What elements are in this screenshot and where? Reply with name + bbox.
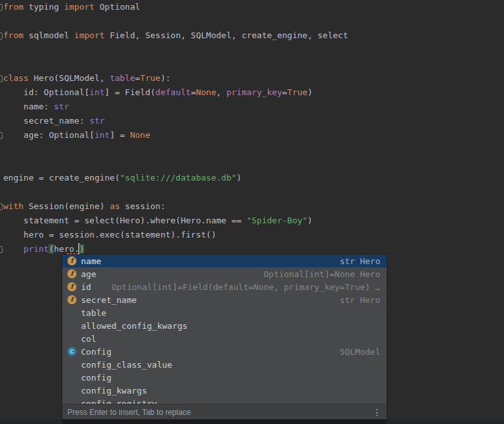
popup-shadow bbox=[62, 419, 387, 424]
gutter-marker-icon bbox=[0, 203, 3, 210]
completion-type-hint: str Hero bbox=[339, 295, 380, 305]
gutter-marker-icon bbox=[0, 32, 3, 39]
code-token: import bbox=[64, 2, 95, 12]
icon-spacer bbox=[67, 308, 76, 317]
icon-spacer bbox=[67, 373, 76, 382]
field-icon: f bbox=[67, 256, 76, 265]
completion-label: name bbox=[81, 256, 101, 266]
code-token: Field, Session, SQLModel, create_engine,… bbox=[105, 30, 349, 40]
code-line: engine = create_engine("sqlite:///databa… bbox=[0, 171, 504, 185]
code-token bbox=[3, 244, 23, 254]
code-line bbox=[0, 185, 504, 199]
code-line: secret_name: str bbox=[0, 114, 504, 128]
field-icon: f bbox=[67, 269, 76, 278]
code-line: with Session(engine) as session: bbox=[0, 199, 504, 214]
icon-spacer bbox=[67, 360, 76, 369]
completion-label: col bbox=[81, 334, 96, 344]
code-token: as bbox=[109, 201, 120, 211]
code-line: statement = select(Hero).where(Hero.name… bbox=[0, 214, 504, 228]
more-options-icon[interactable]: ⋮ bbox=[372, 408, 382, 417]
code-token: Session(engine) bbox=[23, 201, 109, 211]
code-line: from sqlmodel import Field, Session, SQL… bbox=[0, 28, 504, 43]
code-token: table bbox=[109, 73, 135, 83]
code-line: id: Optional[int] = Field(default=None, … bbox=[0, 85, 504, 100]
code-token: "sqlite:///database.db" bbox=[120, 173, 236, 183]
gutter-marker-icon bbox=[0, 4, 3, 11]
code-line bbox=[0, 57, 504, 71]
completion-footer: Press Enter to insert, Tab to replace ⋮ bbox=[62, 404, 387, 419]
code-token: primary_key bbox=[226, 87, 282, 97]
code-token: import bbox=[74, 30, 105, 40]
code-token: engine = create_engine( bbox=[3, 173, 120, 183]
code-token: True bbox=[140, 73, 160, 83]
code-token: True bbox=[287, 87, 307, 97]
code-token: typing bbox=[23, 2, 64, 12]
code-line: class Hero(SQLModel, table=True): bbox=[0, 71, 504, 85]
completion-popup: fnamestr HerofageOptional[int]=None Hero… bbox=[62, 254, 387, 419]
code-token: ] = bbox=[109, 130, 130, 140]
code-token: ) bbox=[79, 244, 84, 254]
gutter-marker-icon bbox=[0, 246, 3, 253]
code-token: secret_name: bbox=[3, 116, 89, 126]
gutter-marker-icon bbox=[0, 132, 3, 139]
completion-label: allowed_config_kwargs bbox=[81, 321, 187, 331]
completion-item-table[interactable]: table bbox=[62, 306, 387, 319]
class-icon: C bbox=[67, 347, 76, 356]
code-token: hero = session.exec(statement).first() bbox=[3, 230, 216, 240]
completion-label: id bbox=[81, 282, 91, 292]
code-token: from bbox=[3, 2, 23, 12]
completion-item-col[interactable]: col bbox=[62, 332, 387, 345]
completion-label: Config bbox=[81, 347, 111, 357]
code-token: Optional bbox=[95, 2, 140, 12]
code-line bbox=[0, 142, 504, 157]
completion-type-hint: str Hero bbox=[339, 256, 380, 266]
completion-type-hint: SQLModel bbox=[339, 347, 380, 357]
code-token: with bbox=[3, 201, 23, 211]
code-token: default bbox=[155, 87, 191, 97]
code-line: hero = session.exec(statement).first() bbox=[0, 228, 504, 242]
code-token: Hero(SQLModel, bbox=[29, 73, 109, 83]
code-token: ) bbox=[308, 216, 313, 225]
field-icon: f bbox=[67, 282, 76, 291]
code-token: str bbox=[89, 116, 104, 126]
code-token: "Spider-Boy" bbox=[247, 216, 308, 225]
code-token: print bbox=[23, 244, 49, 254]
code-area: from typing import Optionalfrom sqlmodel… bbox=[0, 0, 504, 256]
completion-item-Config[interactable]: CConfigSQLModel bbox=[62, 345, 387, 358]
completion-item-secret_name[interactable]: fsecret_namestr Hero bbox=[62, 293, 387, 306]
ide-screen: from typing import Optionalfrom sqlmodel… bbox=[0, 0, 504, 424]
icon-spacer bbox=[67, 334, 76, 343]
code-token: sqlmodel bbox=[23, 30, 74, 40]
completion-label: secret_name bbox=[81, 295, 137, 305]
icon-spacer bbox=[67, 399, 76, 404]
code-token: session: bbox=[120, 201, 165, 211]
completion-hint-text: Press Enter to insert, Tab to replace bbox=[67, 408, 191, 417]
code-line bbox=[0, 14, 504, 28]
completion-item-id[interactable]: fidOptional[int]=Field(default=None, pri… bbox=[62, 280, 387, 293]
code-token: int bbox=[95, 130, 109, 140]
code-line: age: Optional[int] = None bbox=[0, 128, 504, 142]
code-token: statement = select(Hero).where(Hero.name… bbox=[3, 216, 247, 225]
completion-label: config_kwargs bbox=[81, 386, 147, 396]
completion-item-config[interactable]: config bbox=[62, 371, 387, 384]
completion-label: table bbox=[81, 308, 106, 318]
completion-item-age[interactable]: fageOptional[int]=None Hero bbox=[62, 267, 387, 280]
code-token: class bbox=[3, 73, 29, 83]
completion-item-config_class_value[interactable]: config_class_value bbox=[62, 358, 387, 371]
completion-item-config_registry[interactable]: config_registry bbox=[62, 397, 387, 404]
completion-item-allowed_config_kwargs[interactable]: allowed_config_kwargs bbox=[62, 319, 387, 332]
completion-item-config_kwargs[interactable]: config_kwargs bbox=[62, 384, 387, 397]
code-token: int bbox=[89, 87, 104, 97]
icon-spacer bbox=[67, 386, 76, 395]
completion-type-hint: Optional[int]=Field(default=None, primar… bbox=[111, 282, 380, 292]
code-token: from bbox=[3, 30, 23, 40]
code-line bbox=[0, 157, 504, 171]
completion-label: config_registry bbox=[81, 399, 157, 405]
code-token: ): bbox=[161, 73, 171, 83]
completion-label: age bbox=[81, 269, 96, 279]
field-icon: f bbox=[67, 295, 76, 304]
code-token: str bbox=[54, 102, 69, 111]
completion-item-name[interactable]: fnamestr Hero bbox=[62, 254, 387, 267]
code-token: ) bbox=[236, 173, 242, 183]
completion-list: fnamestr HerofageOptional[int]=None Hero… bbox=[62, 254, 387, 404]
